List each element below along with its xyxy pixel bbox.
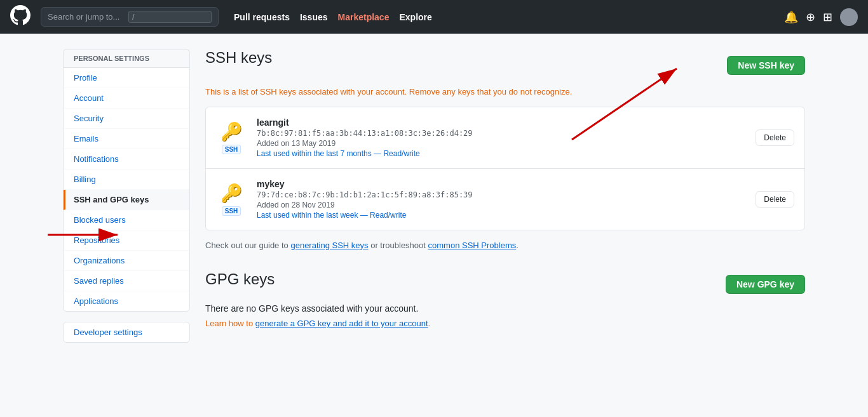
ssh-guide-link[interactable]: generating SSH keys <box>290 241 368 250</box>
delete-key-1-button[interactable]: Delete <box>756 129 794 146</box>
sidebar-item-saved-replies[interactable]: Saved replies <box>64 271 189 291</box>
sidebar-item-billing[interactable]: Billing <box>64 169 189 190</box>
key-info-1: learngit 7b:8c:97:81:f5:aa:3b:44:13:a1:0… <box>257 117 745 158</box>
search-box[interactable]: Search or jump to... / <box>41 7 219 27</box>
sidebar-item-ssh-gpg[interactable]: SSH and GPG keys <box>64 190 189 210</box>
key-added-2: Added on 28 Nov 2019 <box>257 201 745 209</box>
key-usage-2: Last used within the last week — Read/wr… <box>257 211 745 220</box>
ssh-key-item-mykey: 🔑 SSH mykey 79:7d:ce:b8:7c:9b:1d:b1:2a:1… <box>206 169 804 230</box>
key-icon-area-1: 🔑 SSH <box>216 121 247 154</box>
nav-marketplace[interactable]: Marketplace <box>338 12 390 22</box>
new-gpg-key-button[interactable]: New GPG key <box>726 275 805 294</box>
sidebar: Personal settings Profile Account Securi… <box>63 49 190 343</box>
ssh-badge-1: SSH <box>222 145 241 154</box>
key-icon-2: 🔑 <box>220 183 243 204</box>
sidebar-item-applications[interactable]: Applications <box>64 291 189 311</box>
key-fingerprint-2: 79:7d:ce:b8:7c:9b:1d:b1:2a:1c:5f:89:a8:3… <box>257 190 745 199</box>
key-fingerprint-1: 7b:8c:97:81:f5:aa:3b:44:13:a1:08:3c:3e:2… <box>257 129 745 138</box>
ssh-badge-2: SSH <box>222 206 241 216</box>
key-usage-1: Last used within the last 7 months — Rea… <box>257 149 745 158</box>
sidebar-item-notifications[interactable]: Notifications <box>64 149 189 169</box>
notifications-icon[interactable]: 🔔 <box>784 10 798 24</box>
delete-key-2-button[interactable]: Delete <box>756 191 794 208</box>
nav-pull-requests[interactable]: Pull requests <box>234 12 290 22</box>
sidebar-nav: Profile Account Security Emails Notifica… <box>63 67 190 312</box>
key-icon-1: 🔑 <box>220 121 243 142</box>
page-layout: Personal settings Profile Account Securi… <box>53 34 815 358</box>
key-info-2: mykey 79:7d:ce:b8:7c:9b:1d:b1:2a:1c:5f:8… <box>257 179 745 220</box>
sidebar-item-account[interactable]: Account <box>64 88 189 109</box>
gpg-learn-text: Learn how to generate a GPG key and add … <box>205 319 805 328</box>
nav-issues[interactable]: Issues <box>300 12 328 22</box>
ssh-footer: Check out our guide to generating SSH ke… <box>205 241 805 250</box>
gpg-generate-link[interactable]: generate a GPG key and add it to your ac… <box>255 319 428 328</box>
search-shortcut: / <box>128 11 212 23</box>
key-added-1: Added on 13 May 2019 <box>257 139 745 148</box>
nav-explore[interactable]: Explore <box>399 12 431 22</box>
sidebar-item-blocked[interactable]: Blocked users <box>64 210 189 230</box>
sidebar-developer-settings: Developer settings <box>63 322 190 343</box>
main-nav: Pull requests Issues Marketplace Explore <box>234 12 432 22</box>
ssh-key-item-learngit: 🔑 SSH learngit 7b:8c:97:81:f5:aa:3b:44:1… <box>206 107 804 169</box>
key-name-2: mykey <box>257 179 745 189</box>
sidebar-item-organizations[interactable]: Organizations <box>64 251 189 271</box>
user-avatar[interactable] <box>840 8 858 26</box>
sidebar-section-label: Personal settings <box>63 49 190 67</box>
add-icon[interactable]: ⊕ <box>806 10 815 24</box>
sidebar-item-repositories[interactable]: Repositories <box>64 230 189 251</box>
sidebar-item-emails[interactable]: Emails <box>64 129 189 149</box>
main-content: SSH keys New SSH key This is a list of S… <box>205 49 805 343</box>
key-icon-area-2: 🔑 SSH <box>216 183 247 216</box>
search-placeholder: Search or jump to... <box>48 12 123 22</box>
key-name-1: learngit <box>257 117 745 128</box>
github-logo[interactable] <box>10 5 31 29</box>
sidebar-item-security[interactable]: Security <box>64 109 189 129</box>
navbar: Search or jump to... / Pull requests Iss… <box>0 0 868 34</box>
sidebar-item-developer[interactable]: Developer settings <box>64 322 189 342</box>
ssh-troubleshoot-link[interactable]: common SSH Problems <box>428 241 517 250</box>
ssh-section-header: SSH keys New SSH key <box>205 49 805 82</box>
new-ssh-key-button[interactable]: New SSH key <box>727 56 805 75</box>
gpg-empty-text: There are no GPG keys associated with yo… <box>205 303 805 314</box>
ssh-info-banner: This is a list of SSH keys associated wi… <box>205 87 805 96</box>
gpg-section-header: GPG keys New GPG key <box>205 270 805 298</box>
navbar-actions: 🔔 ⊕ ⊞ <box>784 8 858 26</box>
apps-icon[interactable]: ⊞ <box>823 10 832 24</box>
gpg-section-title: GPG keys <box>205 270 275 288</box>
sidebar-item-profile[interactable]: Profile <box>64 68 189 88</box>
ssh-keys-list: 🔑 SSH learngit 7b:8c:97:81:f5:aa:3b:44:1… <box>205 107 805 230</box>
ssh-section-title: SSH keys <box>205 49 272 72</box>
